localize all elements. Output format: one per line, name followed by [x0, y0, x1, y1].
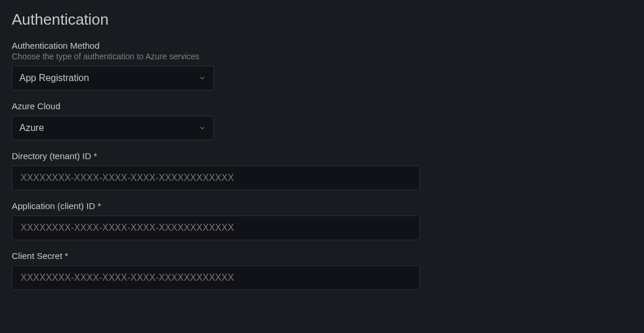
client-secret-label: Client Secret *: [12, 251, 632, 261]
tenant-id-input[interactable]: [12, 166, 420, 190]
client-id-group: Application (client) ID *: [12, 201, 632, 240]
auth-method-description: Choose the type of authentication to Azu…: [12, 52, 632, 61]
auth-method-group: Authentication Method Choose the type of…: [12, 41, 632, 90]
section-title: Authentication: [12, 11, 632, 29]
client-id-label: Application (client) ID *: [12, 201, 632, 211]
chevron-down-icon: [198, 74, 206, 82]
azure-cloud-value: Azure: [19, 123, 198, 133]
chevron-down-icon: [198, 124, 206, 132]
client-id-input[interactable]: [12, 216, 420, 240]
tenant-id-label: Directory (tenant) ID *: [12, 151, 632, 161]
client-secret-group: Client Secret *: [12, 251, 632, 290]
auth-method-label: Authentication Method: [12, 41, 632, 51]
azure-cloud-label: Azure Cloud: [12, 101, 632, 111]
azure-cloud-group: Azure Cloud Azure: [12, 101, 632, 140]
auth-method-select[interactable]: App Registration: [12, 66, 214, 90]
tenant-id-group: Directory (tenant) ID *: [12, 151, 632, 190]
client-secret-input[interactable]: [12, 265, 420, 290]
azure-cloud-select[interactable]: Azure: [12, 116, 214, 140]
auth-method-value: App Registration: [19, 73, 198, 83]
